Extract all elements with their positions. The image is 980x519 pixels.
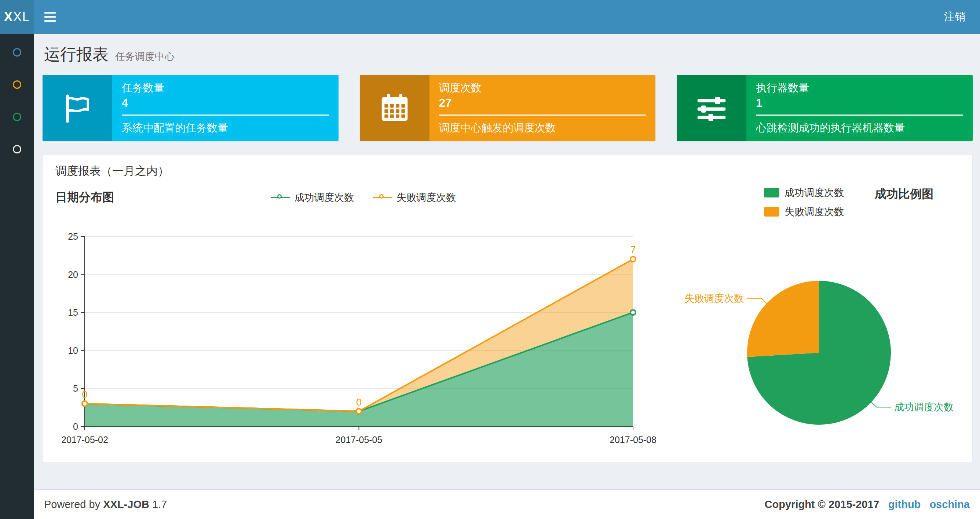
line-chart-legend: 成功调度次数 失败调度次数 (271, 191, 456, 204)
legend-swatch-icon (764, 188, 780, 198)
line-chart-header: 日期分布图 成功调度次数 失败调度次数 (56, 186, 671, 209)
app-logo-rest: XL (13, 9, 30, 25)
oschina-link[interactable]: oschina (929, 498, 970, 510)
info-box-value: 1 (756, 96, 963, 110)
legend-swatch-icon (764, 207, 780, 217)
y-tick-label: 15 (68, 307, 78, 318)
fail-point (82, 401, 87, 406)
info-box-description: 系统中配置的任务数量 (122, 121, 329, 136)
y-tick-label: 10 (68, 345, 78, 356)
success-ratio-pie-chart: 成功调度次数失败调度次数 (671, 219, 961, 431)
date-distribution-chart: 05101520252017-05-022017-05-052017-05-08… (56, 209, 671, 451)
info-box-row: 任务数量 4 系统中配置的任务数量 调度次数 27 (43, 75, 973, 141)
legend-item-success[interactable]: 成功调度次数 (764, 186, 844, 199)
footer: Powered by XXL-JOB 1.7 Copyright © 2015-… (34, 489, 980, 519)
fail-point (356, 409, 362, 414)
line-chart-title: 日期分布图 (56, 189, 114, 206)
info-box-value: 4 (122, 96, 329, 110)
calendar-icon (360, 75, 430, 141)
info-box-executors: 执行器数量 1 心跳检测成功的执行器机器数量 (677, 75, 973, 141)
circle-icon (13, 113, 21, 121)
info-box-description: 心跳检测成功的执行器机器数量 (756, 121, 963, 136)
legend-label: 成功调度次数 (294, 191, 354, 204)
line-marker-icon (271, 194, 290, 201)
report-panel: 调度报表（一月之内） 日期分布图 成功调度次数 失败调度次数 (43, 155, 973, 463)
point-label: 0 (82, 389, 87, 400)
pie-label-line (872, 402, 892, 407)
y-tick-label: 20 (68, 270, 78, 280)
x-tick-label: 2017-05-02 (61, 434, 108, 445)
github-link[interactable]: github (888, 498, 921, 510)
sidebar-item-1[interactable] (0, 36, 34, 68)
pie-chart-legend: 成功调度次数 失败调度次数 (764, 186, 844, 219)
copyright-text: Copyright © 2015-2017 (765, 498, 880, 510)
legend-label: 失败调度次数 (396, 191, 456, 204)
sidebar (0, 34, 34, 519)
circle-icon (13, 80, 21, 89)
pie-chart-title: 成功比例图 (875, 186, 934, 202)
copyright: Copyright © 2015-2017 github oschina (765, 498, 970, 511)
info-box-triggers: 调度次数 27 调度中心触发的调度次数 (360, 75, 656, 141)
logout-link[interactable]: 注销 (929, 0, 980, 34)
powered-by: Powered by XXL-JOB 1.7 (44, 498, 167, 511)
main-content: 运行报表 任务调度中心 任务数量 4 系统中配置的任务数量 (34, 34, 980, 489)
pie-label: 失败调度次数 (684, 293, 744, 304)
page-title: 运行报表 (44, 45, 108, 64)
flag-icon (43, 75, 112, 141)
hamburger-icon (45, 12, 56, 22)
pie-slice (747, 281, 819, 357)
info-box-value: 27 (439, 96, 646, 110)
info-box-label: 任务数量 (122, 81, 329, 94)
sidebar-item-4[interactable] (0, 133, 34, 165)
legend-item-success[interactable]: 成功调度次数 (271, 191, 354, 204)
sidebar-item-2[interactable] (0, 68, 34, 101)
success-ratio-block: 成功调度次数 失败调度次数 成功比例图 成功调度次数失败调度次数 (671, 186, 961, 453)
legend-label: 失败调度次数 (784, 205, 844, 219)
info-box-body: 执行器数量 1 心跳检测成功的执行器机器数量 (746, 75, 973, 141)
page-header: 运行报表 任务调度中心 (34, 34, 980, 64)
circle-icon (13, 48, 21, 56)
info-box-divider (122, 115, 329, 116)
info-box-body: 调度次数 27 调度中心触发的调度次数 (430, 75, 656, 141)
y-tick-label: 5 (73, 383, 78, 393)
y-tick-label: 25 (68, 231, 78, 241)
pie-label: 成功调度次数 (894, 402, 954, 412)
legend-item-fail[interactable]: 失败调度次数 (373, 191, 456, 204)
point-label: 0 (356, 397, 362, 408)
app-logo[interactable]: XXL (0, 0, 34, 34)
app-logo-bold: X (4, 9, 13, 25)
navbar-spacer (66, 0, 929, 34)
info-box-label: 调度次数 (439, 81, 646, 94)
legend-item-fail[interactable]: 失败调度次数 (764, 205, 844, 219)
sidebar-toggle-button[interactable] (34, 0, 66, 34)
sliders-icon (677, 75, 746, 141)
point-label: 7 (630, 244, 636, 256)
info-box-tasks: 任务数量 4 系统中配置的任务数量 (43, 75, 339, 141)
info-box-label: 执行器数量 (756, 81, 963, 94)
info-box-divider (756, 115, 963, 116)
x-tick-label: 2017-05-08 (609, 434, 657, 445)
pie-label-line (747, 299, 767, 303)
info-box-description: 调度中心触发的调度次数 (439, 121, 646, 136)
sidebar-item-3[interactable] (0, 101, 34, 133)
line-marker-icon (373, 194, 392, 201)
pie-chart-header: 成功调度次数 失败调度次数 成功比例图 (671, 186, 961, 219)
top-navbar: XXL 注销 (0, 0, 980, 34)
powered-prefix: Powered by (44, 498, 100, 510)
circle-icon (13, 145, 21, 153)
brand-version: 1.7 (152, 498, 167, 510)
success-point (630, 310, 636, 315)
page-subtitle: 任务调度中心 (115, 50, 175, 63)
date-distribution-block: 日期分布图 成功调度次数 失败调度次数 05101520252017-05-02… (56, 186, 671, 453)
x-tick-label: 2017-05-05 (336, 434, 383, 445)
charts-row: 日期分布图 成功调度次数 失败调度次数 05101520252017-05-02… (56, 186, 960, 453)
legend-label: 成功调度次数 (784, 186, 844, 199)
fail-point (630, 257, 636, 262)
y-tick-label: 0 (73, 422, 78, 432)
info-box-divider (439, 115, 646, 116)
info-box-body: 任务数量 4 系统中配置的任务数量 (112, 75, 339, 141)
brand-name: XXL-JOB (103, 498, 149, 510)
panel-title: 调度报表（一月之内） (56, 165, 960, 177)
